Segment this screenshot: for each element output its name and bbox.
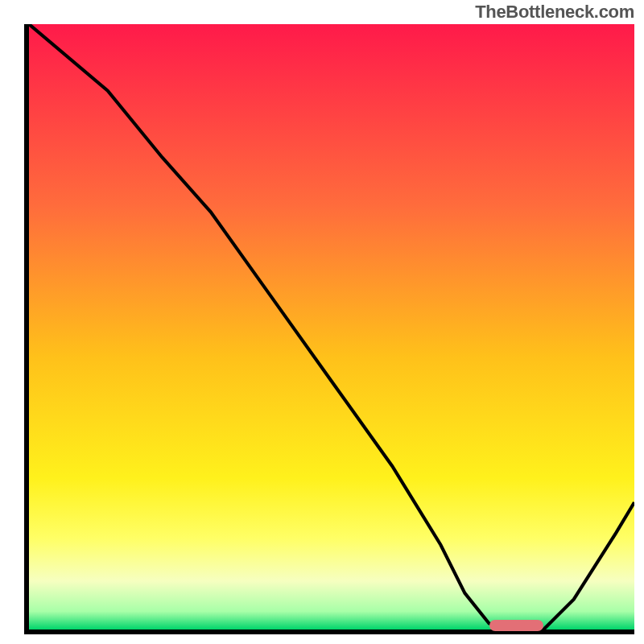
chart-frame: TheBottleneck.com: [0, 0, 644, 644]
optimal-marker: [489, 620, 544, 631]
plot-axes: [24, 24, 634, 634]
attribution-text: TheBottleneck.com: [475, 2, 634, 23]
plot-area: [29, 24, 634, 630]
curve-line: [29, 24, 634, 630]
